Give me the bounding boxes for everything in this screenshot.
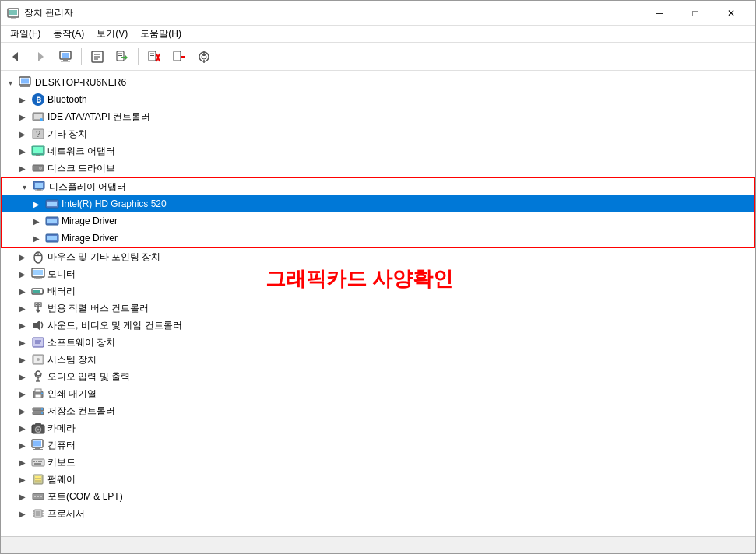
tree-item-bluetooth[interactable]: ▶ ʙ Bluetooth xyxy=(1,91,755,108)
monitor-label: 모니터 xyxy=(47,268,76,281)
menu-view[interactable]: 보기(V) xyxy=(90,26,134,42)
menu-action[interactable]: 동작(A) xyxy=(47,26,90,42)
tree-item-intel-gpu[interactable]: ▶ Intel(R) HD Graphics 520 xyxy=(2,195,754,212)
bluetooth-label: Bluetooth xyxy=(47,94,87,105)
tree-item-display[interactable]: ▾ 디스플레이 어댑터 xyxy=(2,178,754,195)
expand-camera[interactable]: ▶ xyxy=(16,422,29,434)
computer-icon xyxy=(19,75,33,89)
tree-item-sound[interactable]: ▶ 사운드, 비디오 및 게임 컨트롤러 xyxy=(1,317,755,334)
tree-item-mirage2[interactable]: ▶ Mirage Driver xyxy=(2,230,754,247)
mouse-label: 마우스 및 기타 포인팅 장치 xyxy=(47,251,160,264)
tree-item-disk[interactable]: ▶ 디스크 드라이브 xyxy=(1,160,755,177)
tree-item-computer2[interactable]: ▶ 컴퓨터 xyxy=(1,437,755,454)
tree-item-mouse[interactable]: ▶ 마우스 및 기타 포인팅 장치 xyxy=(1,248,755,265)
expand-keyboard[interactable]: ▶ xyxy=(16,456,29,468)
computer2-icon xyxy=(31,438,45,452)
expand-disk[interactable]: ▶ xyxy=(16,162,29,174)
expand-mirage1[interactable]: ▶ xyxy=(30,215,43,227)
svg-point-68 xyxy=(39,304,40,306)
storage-label: 저장소 컨트롤러 xyxy=(47,405,115,418)
toolbar-separator-2 xyxy=(138,48,139,65)
expand-storage[interactable]: ▶ xyxy=(16,405,29,417)
expand-ide[interactable]: ▶ xyxy=(16,110,29,123)
tree-item-battery[interactable]: ▶ 배터리 xyxy=(1,282,755,300)
toolbar-scan-button[interactable] xyxy=(192,46,216,68)
svg-rect-81 xyxy=(35,389,41,392)
tree-item-keyboard[interactable]: ▶ 키보드 xyxy=(1,454,755,471)
ide-label: IDE ATA/ATAPI 컨트롤러 xyxy=(47,110,150,124)
tree-item-ports[interactable]: ▶ 포트(COM & LPT) xyxy=(1,488,755,505)
tree-item-mirage1[interactable]: ▶ Mirage Driver xyxy=(2,212,754,230)
window-icon xyxy=(7,7,19,19)
expand-other[interactable]: ▶ xyxy=(16,128,29,140)
expand-processor[interactable]: ▶ xyxy=(16,507,29,520)
expand-print[interactable]: ▶ xyxy=(16,387,29,400)
svg-point-109 xyxy=(40,496,42,497)
svg-rect-60 xyxy=(33,270,43,275)
root-label: DESKTOP-RU6NER6 xyxy=(35,77,126,88)
title-bar-controls: ─ □ ✕ xyxy=(642,1,749,26)
tree-item-camera[interactable]: ▶ 카메라 xyxy=(1,419,755,437)
intel-gpu-label: Intel(R) HD Graphics 520 xyxy=(62,198,167,209)
expand-battery[interactable]: ▶ xyxy=(16,285,29,297)
tree-item-ide[interactable]: ▶ IDE ATA/ATAPI 컨트롤러 xyxy=(1,108,755,125)
close-button[interactable]: ✕ xyxy=(713,1,749,26)
scan-icon xyxy=(197,50,211,64)
expand-bluetooth[interactable]: ▶ xyxy=(16,93,29,106)
svg-point-86 xyxy=(41,408,43,410)
tree-item-software[interactable]: ▶ 소프트웨어 장치 xyxy=(1,334,755,351)
expand-network[interactable]: ▶ xyxy=(16,145,29,157)
svg-rect-47 xyxy=(35,183,43,188)
svg-point-76 xyxy=(37,358,40,361)
svg-marker-4 xyxy=(38,52,44,61)
tree-item-serial[interactable]: ▶ 범용 직렬 버스 컨트롤러 xyxy=(1,300,755,317)
expand-display[interactable]: ▾ xyxy=(18,181,30,193)
tree-item-other[interactable]: ▶ ? 기타 장치 xyxy=(1,125,755,142)
tree-panel[interactable]: ▾ DESKTOP-RU6NER6 ▶ ʙ xyxy=(1,71,755,536)
svg-point-87 xyxy=(41,412,43,414)
expand-firmware[interactable]: ▶ xyxy=(16,473,29,486)
toolbar-update-button[interactable] xyxy=(111,46,134,68)
main-content: ▾ DESKTOP-RU6NER6 ▶ ʙ xyxy=(1,71,755,536)
expand-computer2[interactable]: ▶ xyxy=(16,439,29,451)
other-label: 기타 장치 xyxy=(47,128,87,141)
expand-intel-gpu[interactable]: ▶ xyxy=(30,198,43,210)
svg-point-107 xyxy=(34,496,36,497)
minimize-button[interactable]: ─ xyxy=(642,1,677,26)
toolbar-forward-button[interactable] xyxy=(29,46,52,68)
expand-serial[interactable]: ▶ xyxy=(16,302,29,314)
expand-system[interactable]: ▶ xyxy=(16,353,29,366)
mirage1-label: Mirage Driver xyxy=(62,216,118,226)
expand-sound[interactable]: ▶ xyxy=(16,319,29,331)
tree-item-audio[interactable]: ▶ 오디오 입력 및 출력 xyxy=(1,368,755,385)
tree-item-processor[interactable]: ▶ 프로세서 xyxy=(1,505,755,522)
tree-item-system[interactable]: ▶ 시스템 장치 xyxy=(1,351,755,368)
svg-rect-99 xyxy=(38,461,40,462)
tree-item-firmware[interactable]: ▶ 펌웨어 xyxy=(1,471,755,488)
tree-item-root[interactable]: ▾ DESKTOP-RU6NER6 xyxy=(1,74,755,91)
toolbar-properties-button[interactable] xyxy=(86,46,109,68)
expand-mirage2[interactable]: ▶ xyxy=(30,232,43,244)
expand-monitor[interactable]: ▶ xyxy=(16,268,29,280)
maximize-button[interactable]: □ xyxy=(677,1,713,26)
expand-audio[interactable]: ▶ xyxy=(16,370,29,383)
tree-item-monitor[interactable]: ▶ 모니터 xyxy=(1,265,755,282)
expand-ports[interactable]: ▶ xyxy=(16,490,29,503)
tree-item-print[interactable]: ▶ 인쇄 대기열 xyxy=(1,385,755,402)
toolbar-computer-button[interactable] xyxy=(54,46,77,68)
expand-software[interactable]: ▶ xyxy=(16,336,29,349)
tree-item-network[interactable]: ▶ 네트워크 어댑터 xyxy=(1,142,755,160)
toolbar-remove-button[interactable] xyxy=(167,46,191,68)
toolbar-back-button[interactable] xyxy=(4,46,27,68)
svg-marker-70 xyxy=(37,320,40,331)
system-icon xyxy=(31,352,45,366)
menu-file[interactable]: 파일(F) xyxy=(4,26,47,42)
svg-marker-3 xyxy=(12,52,18,61)
tree-item-storage[interactable]: ▶ 저장소 컨트롤러 xyxy=(1,402,755,419)
expand-mouse[interactable]: ▶ xyxy=(16,251,29,263)
svg-marker-16 xyxy=(121,54,128,61)
toolbar-disable-button[interactable] xyxy=(142,46,166,68)
software-label: 소프트웨어 장치 xyxy=(47,336,115,349)
menu-help[interactable]: 도움말(H) xyxy=(134,26,188,42)
expand-root[interactable]: ▾ xyxy=(4,76,16,89)
